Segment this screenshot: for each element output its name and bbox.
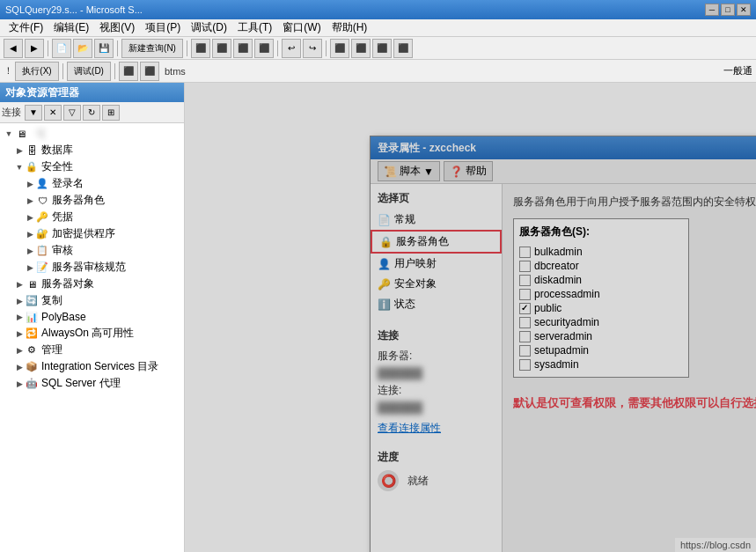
connect-btn[interactable]: ▼ — [25, 105, 42, 121]
tree-item-credentials[interactable]: ▶ 🔑 凭据 — [0, 209, 184, 225]
tree-label-polybase: PolyBase — [41, 311, 86, 323]
tb-btn7[interactable]: ⬛ — [330, 39, 349, 58]
menu-help[interactable]: 帮助(H) — [327, 18, 373, 37]
tb-open-btn[interactable]: 📂 — [73, 39, 92, 58]
audit-spec-icon: 📝 — [35, 261, 49, 275]
tb-sep2 — [117, 40, 118, 56]
tb-new-query-btn[interactable]: 新建查询(N) — [121, 39, 183, 58]
refresh-btn[interactable]: ↻ — [83, 105, 100, 121]
tb-btn5[interactable]: ⬛ — [233, 39, 253, 58]
db-icon: 🗄 — [25, 144, 39, 158]
expand-security[interactable]: ▼ — [14, 162, 25, 173]
tb-sep3 — [187, 40, 187, 56]
expand-replication[interactable]: ▶ — [14, 296, 25, 306]
expand-db[interactable]: ▶ — [14, 145, 25, 156]
content-area: 对象资源管理器 连接 ▼ ✕ ▽ ↻ ⊞ ▼ 🖥 《( — [0, 83, 756, 552]
tree-item-audit[interactable]: ▶ 📋 审核 — [0, 242, 184, 259]
menu-project[interactable]: 项目(P) — [140, 18, 186, 37]
tb-back-btn[interactable]: ◀ — [4, 39, 23, 58]
expand-integration[interactable]: ▶ — [14, 362, 25, 372]
alwayson-icon: 🔁 — [25, 327, 39, 341]
tb-forward-btn[interactable]: ▶ — [25, 39, 44, 58]
tree-item-databases[interactable]: ▶ 🗄 数据库 — [0, 142, 184, 158]
tree-label-integration: Integration Services 目录 — [41, 359, 158, 374]
menu-window[interactable]: 窗口(W) — [277, 18, 326, 37]
server-icon: 🖥 — [14, 127, 28, 141]
serverobj-icon: 🖥 — [25, 277, 39, 291]
tb-btn9[interactable]: ⬛ — [372, 39, 392, 58]
modal-overlay — [185, 83, 756, 552]
crypto-icon: 🔐 — [35, 227, 49, 241]
expand-root[interactable]: ▼ — [4, 129, 14, 139]
tree-item-security[interactable]: ▼ 🔒 安全性 — [0, 158, 184, 175]
expand-sqlagent[interactable]: ▶ — [14, 379, 25, 389]
tree-item-integration[interactable]: ▶ 📦 Integration Services 目录 — [0, 358, 184, 375]
tb-redo-btn[interactable]: ↪ — [303, 39, 322, 58]
expand-logins[interactable]: ▶ — [25, 179, 35, 189]
tree-item-crypto[interactable]: ▶ 🔐 加密提供程序 — [0, 225, 184, 242]
main-titlebar: SQLQuery29.s... - Microsoft S... ─ □ ✕ — [0, 0, 756, 19]
tb-sep4 — [277, 40, 278, 56]
tb-save-btn[interactable]: 💾 — [94, 39, 114, 58]
tree-label-replication: 复制 — [41, 293, 62, 308]
expand-serverroles[interactable]: ▶ — [25, 195, 35, 206]
tb-btn8[interactable]: ⬛ — [351, 39, 371, 58]
tree-item-server-objects[interactable]: ▶ 🖥 服务器对象 — [0, 276, 184, 292]
tb2-sep2 — [114, 63, 115, 79]
expand-polybase[interactable]: ▶ — [14, 312, 25, 322]
explorer-title: 对象资源管理器 — [5, 85, 79, 100]
expand-cred[interactable]: ▶ — [25, 212, 35, 223]
tree-label-audit: 审核 — [52, 243, 73, 258]
toolbar2: ！ 执行(X) 调试(D) ⬛ ⬛ btms 一般通 — [0, 60, 756, 83]
tree-label-crypto: 加密提供程序 — [52, 226, 115, 241]
app-background: SQLQuery29.s... - Microsoft S... ─ □ ✕ 文… — [0, 0, 756, 552]
tb2-execute-btn[interactable]: 执行(X) — [15, 62, 59, 81]
tb-sep5 — [326, 40, 327, 56]
tree-item-server-roles[interactable]: ▶ 🛡 服务器角色 — [0, 192, 184, 209]
tree-label-db: 数据库 — [41, 143, 73, 158]
menu-view[interactable]: 视图(V) — [94, 18, 140, 37]
filter-btn[interactable]: ▽ — [63, 105, 81, 121]
explorer-toolbar: 连接 ▼ ✕ ▽ ↻ ⊞ — [0, 102, 184, 123]
expand-crypto[interactable]: ▶ — [25, 229, 35, 239]
tree-label-alwayson: AlwaysOn 高可用性 — [41, 326, 134, 341]
polybase-icon: 📊 — [25, 310, 39, 324]
menu-file[interactable]: 文件(F) — [4, 18, 48, 37]
expand-alwayson[interactable]: ▶ — [14, 328, 25, 339]
tree-item-polybase[interactable]: ▶ 📊 PolyBase — [0, 309, 184, 325]
tree-label-logins: 登录名 — [52, 176, 84, 191]
tree-item-management[interactable]: ▶ ⚙ 管理 — [0, 342, 184, 358]
tree-item-replication[interactable]: ▶ 🔄 复制 — [0, 292, 184, 309]
tb-btn6[interactable]: ⬛ — [254, 39, 274, 58]
connect-label: 连接 — [2, 106, 21, 119]
main-close-btn[interactable]: ✕ — [737, 4, 751, 16]
main-maximize-btn[interactable]: □ — [721, 4, 735, 16]
tree-label-management: 管理 — [41, 342, 62, 357]
tb-new-btn[interactable]: 📄 — [52, 39, 71, 58]
expand-serverobj[interactable]: ▶ — [14, 279, 25, 290]
expand-mgmt[interactable]: ▶ — [14, 345, 25, 356]
explorer-header: 对象资源管理器 — [0, 83, 184, 102]
tree-label-sqlagent: SQL Server 代理 — [41, 376, 121, 391]
menu-tools[interactable]: 工具(T) — [232, 18, 277, 37]
tree-item-root[interactable]: ▼ 🖥 《( — [0, 125, 184, 142]
menu-edit[interactable]: 编辑(E) — [48, 18, 94, 37]
tb2-debug-btn[interactable]: 调试(D) — [67, 62, 111, 81]
tree-item-logins[interactable]: ▶ 👤 登录名 — [0, 175, 184, 192]
expand-auditspec[interactable]: ▶ — [25, 262, 35, 273]
tb-btn3[interactable]: ⬛ — [191, 39, 210, 58]
tb-btn10[interactable]: ⬛ — [393, 39, 413, 58]
tb2-btn1[interactable]: ⬛ — [119, 62, 138, 81]
tb2-btn2[interactable]: ⬛ — [140, 62, 159, 81]
tree-item-audit-spec[interactable]: ▶ 📝 服务器审核规范 — [0, 259, 184, 276]
expand-audit[interactable]: ▶ — [25, 246, 35, 256]
tree-item-alwayson[interactable]: ▶ 🔁 AlwaysOn 高可用性 — [0, 325, 184, 342]
disconnect-btn[interactable]: ✕ — [44, 105, 62, 121]
tree-item-sqlagent[interactable]: ▶ 🤖 SQL Server 代理 — [0, 375, 184, 392]
tb-btn4[interactable]: ⬛ — [212, 39, 231, 58]
menu-debug[interactable]: 调试(D) — [186, 18, 232, 37]
main-minimize-btn[interactable]: ─ — [705, 4, 719, 16]
security-icon: 🔒 — [25, 160, 39, 174]
tb-undo-btn[interactable]: ↩ — [282, 39, 301, 58]
expand-btn[interactable]: ⊞ — [102, 105, 120, 121]
